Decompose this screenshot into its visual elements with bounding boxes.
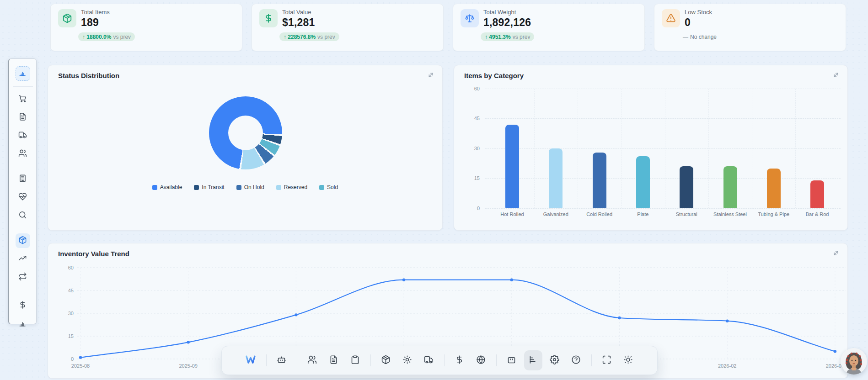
sidebar-item-cart[interactable]: [16, 92, 30, 106]
dock-item-maximize[interactable]: [598, 350, 616, 370]
user-avatar[interactable]: [841, 348, 867, 375]
legend-label: Sold: [327, 184, 338, 190]
v-gridline: [708, 89, 709, 208]
kpi-trend-badge: ↑ 18800.0% vs prev: [78, 32, 135, 41]
v-gridline: [795, 89, 796, 208]
x-tick-label: 2026-02: [718, 363, 736, 369]
y-tick-label: 0: [464, 206, 480, 211]
users-icon: [18, 149, 27, 159]
dock-item-file-text[interactable]: [325, 350, 343, 370]
kpi-row: Total Items 189 ↑ 18800.0% vs prev Total…: [50, 4, 846, 51]
dock-item-settings[interactable]: [546, 350, 564, 370]
sidebar-item-chart-column[interactable]: [16, 317, 30, 331]
legend-swatch: [194, 185, 199, 190]
legend-item-in-transit[interactable]: In Transit: [194, 184, 224, 190]
logo-icon: [245, 354, 257, 368]
sidebar-item-package[interactable]: [16, 233, 30, 248]
legend-item-reserved[interactable]: Reserved: [276, 184, 307, 190]
category-label: Galvanized: [534, 211, 578, 217]
sun-icon: [623, 355, 633, 366]
dollar-icon: [259, 9, 278, 27]
legend-item-available[interactable]: Available: [152, 184, 182, 190]
dock-item-truck[interactable]: [420, 350, 438, 370]
sidebar-item-search[interactable]: [16, 208, 30, 223]
sidebar-item-building[interactable]: [16, 172, 30, 186]
cog-icon: [402, 355, 412, 366]
app-dock: [221, 346, 658, 375]
expand-icon[interactable]: [427, 71, 436, 80]
kpi-value: $1,281: [282, 16, 315, 29]
archive-icon: [507, 355, 516, 366]
dock-item-globe[interactable]: [472, 350, 490, 370]
data-point: [726, 319, 729, 322]
chart-bars-horizontal-icon: [528, 355, 538, 366]
dock-divider: [496, 354, 497, 366]
gridline: [485, 208, 841, 209]
gridline: [485, 89, 841, 89]
sidebar-item-chart-column[interactable]: [16, 66, 30, 81]
category-label: Tubing & Pipe: [752, 211, 796, 217]
legend-item-sold[interactable]: Sold: [319, 184, 338, 190]
dock-item-dollar[interactable]: [450, 350, 469, 370]
dock-item-users[interactable]: [303, 350, 321, 370]
kpi-trend-badge: ↑ 4951.3% vs prev: [481, 32, 534, 41]
sidebar-item-truck[interactable]: [16, 128, 30, 143]
category-bar: [549, 148, 563, 208]
y-tick-label: 30: [68, 311, 74, 316]
dock-item-clipboard[interactable]: [346, 350, 364, 370]
kpi-trend-badge: ↑ 228576.8% vs prev: [279, 32, 339, 41]
kpi-value: 1,892,126: [483, 16, 531, 29]
category-bar: [723, 166, 737, 208]
sidebar-item-repeat[interactable]: [16, 270, 30, 285]
app-logo[interactable]: [242, 350, 260, 370]
kpi-trend-badge: — No change: [682, 32, 721, 41]
status-donut-chart: [209, 96, 282, 169]
legend-label: On Hold: [244, 184, 264, 190]
gridline: [485, 178, 841, 179]
sidebar-item-trending-up[interactable]: [16, 252, 30, 266]
maximize-icon: [602, 355, 611, 366]
dock-item-sun[interactable]: [619, 350, 638, 370]
sidebar-item-dollar[interactable]: [16, 298, 30, 313]
dock-item-bot[interactable]: [273, 350, 291, 370]
legend-item-on-hold[interactable]: On Hold: [236, 184, 264, 190]
heart-pulse-icon: [18, 192, 27, 203]
legend-label: Available: [160, 184, 182, 190]
kpi-card-total-weight: Total Weight 1,892,126 ↑ 4951.3% vs prev: [453, 4, 645, 51]
scale-icon: [461, 9, 479, 27]
dock-item-chart-bars-horizontal[interactable]: [524, 350, 542, 370]
y-tick-label: 15: [464, 175, 480, 181]
kpi-value: 0: [685, 16, 691, 29]
users-icon: [307, 355, 317, 366]
y-tick-label: 30: [464, 146, 480, 151]
dock-item-package[interactable]: [377, 350, 395, 370]
category-bar: [593, 153, 606, 208]
chart-column-icon: [18, 69, 27, 79]
sidebar-item-users[interactable]: [16, 147, 30, 161]
y-tick-label: 15: [68, 333, 74, 339]
sidebar-divider: [13, 86, 33, 87]
gridline: [485, 118, 841, 119]
bot-icon: [277, 355, 286, 366]
repeat-icon: [18, 272, 27, 283]
clipboard-icon: [350, 355, 360, 366]
kpi-card-total-items: Total Items 189 ↑ 18800.0% vs prev: [50, 4, 242, 51]
building-icon: [18, 174, 27, 185]
category-label: Hot Rolled: [490, 211, 534, 217]
dock-item-help[interactable]: [567, 350, 585, 370]
category-label: Cold Rolled: [578, 211, 622, 217]
dock-item-archive[interactable]: [503, 350, 521, 370]
expand-icon[interactable]: [832, 71, 841, 80]
sidebar-divider: [13, 293, 33, 293]
legend-swatch: [319, 185, 324, 190]
dock-item-cog[interactable]: [398, 350, 417, 370]
legend-label: Reserved: [284, 184, 307, 190]
kpi-label: Total Weight: [483, 9, 516, 16]
search-icon: [18, 211, 27, 221]
sidebar-item-file-text[interactable]: [16, 110, 30, 125]
sidebar-item-heart-pulse[interactable]: [16, 190, 30, 205]
items-by-category-panel: Items by Category 015304560Hot RolledGal…: [454, 65, 848, 231]
sidebar: [8, 58, 37, 324]
data-point: [834, 350, 836, 353]
data-point: [510, 278, 513, 281]
